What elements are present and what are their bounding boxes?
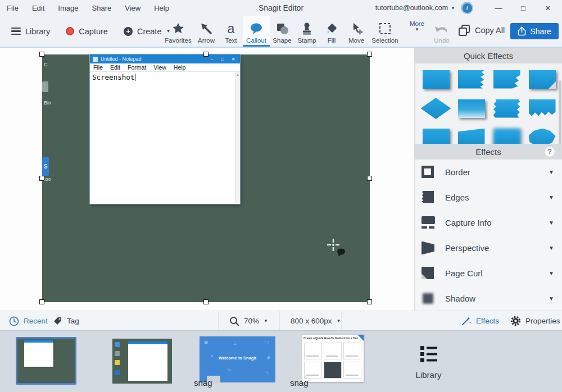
tool-stamp[interactable]: Stamp (294, 16, 319, 47)
menu-file[interactable]: File (0, 0, 25, 16)
text-caret (135, 74, 135, 81)
more-tools-button[interactable]: More ▼ (406, 20, 428, 32)
effects-panel-button[interactable]: Effects (461, 311, 499, 331)
chevron-down-icon[interactable]: ▼ (549, 194, 554, 200)
tool-shape[interactable]: Shape (270, 16, 294, 47)
handle-top-middle[interactable] (203, 52, 209, 57)
effect-capture-info[interactable]: Capture Info ▼ (415, 210, 562, 235)
quick-effect-blurred-edge[interactable] (491, 126, 522, 144)
tool-arrow-label: Arrow (198, 37, 215, 44)
tray-thumbnail-welcome[interactable]: ▣ ✦ ▢ a ✺ ✎ ∿ Welcome to Snagit (200, 336, 275, 382)
tray-library-label: Library (416, 370, 442, 380)
selection-marquee-icon (378, 20, 392, 37)
chevron-down-icon: ▼ (406, 27, 428, 32)
tray-thumbnail-selected[interactable] (16, 337, 76, 385)
capture-info-icon (422, 216, 435, 230)
quick-effect-skewed-rectangle[interactable] (456, 126, 487, 144)
copy-all-button[interactable]: Copy All (458, 24, 505, 37)
tool-text[interactable]: a Text (219, 16, 243, 47)
quick-effects-scrollbar[interactable] (559, 80, 561, 144)
tool-favorites[interactable]: Favorites (163, 16, 193, 47)
tag-button[interactable]: Tag (53, 311, 79, 331)
chevron-down-icon[interactable]: ▼ (549, 169, 554, 175)
quick-effect-folded-corner[interactable] (527, 68, 558, 90)
doc-panel (304, 362, 322, 379)
notepad-menu-view: View (153, 64, 166, 71)
chevron-down-icon: ▼ (264, 318, 268, 323)
handle-middle-left[interactable] (39, 176, 44, 181)
zoom-value: 70% (244, 317, 259, 325)
effect-shadow[interactable]: Shadow ▼ (415, 286, 562, 311)
effect-page-curl[interactable]: Page Curl ▼ (415, 261, 562, 286)
quick-effect-blob[interactable] (527, 126, 558, 144)
tray-thumbnail-desktop[interactable] (112, 339, 172, 384)
chevron-down-icon[interactable]: ▼ (549, 245, 554, 251)
scatter-glyph: ✎ (228, 368, 232, 373)
menu-help[interactable]: Help (147, 0, 176, 16)
library-button[interactable]: Library (4, 20, 57, 43)
quick-effect-fade-bottom[interactable] (456, 97, 487, 120)
tool-move[interactable]: Move (344, 16, 369, 47)
tray-thumbnail-template-doc[interactable]: Create a Quick How-To Guide from a Templ… (302, 335, 364, 382)
tag-label: Tag (67, 317, 79, 325)
tool-selection[interactable]: Selection (369, 16, 401, 47)
share-button[interactable]: Share (510, 23, 559, 39)
help-button[interactable]: ? (544, 146, 555, 157)
undo-label: Undo (434, 37, 450, 44)
minimize-button[interactable]: — (489, 0, 508, 16)
quick-effect-rectangle[interactable] (420, 68, 451, 90)
editor-workspace: C Bin S 020 Untitled - Notepad – □ ✕ Fil… (0, 48, 562, 311)
quick-effect-torn-edge-corner[interactable] (491, 68, 522, 90)
hamburger-icon (11, 26, 21, 37)
undo-button[interactable]: Undo (429, 16, 454, 47)
chevron-down-icon[interactable]: ▼ (549, 295, 554, 302)
canvas-size-control[interactable]: 800 x 600px ▼ (291, 311, 341, 331)
canvas-image[interactable]: C Bin S 020 Untitled - Notepad – □ ✕ Fil… (42, 54, 370, 302)
handle-middle-right[interactable] (367, 176, 372, 181)
quick-effect-diamond[interactable] (420, 97, 451, 120)
quick-effect-torn-bottom[interactable] (527, 97, 558, 120)
menu-view[interactable]: View (118, 0, 147, 16)
scatter-glyph: ▣ (204, 340, 209, 345)
tool-fill[interactable]: Fill (319, 16, 344, 47)
chevron-down-icon[interactable]: ▼ (549, 220, 554, 226)
notepad-scrollbar: ▲ (235, 72, 240, 203)
effect-perspective[interactable]: Perspective ▼ (415, 235, 562, 261)
handle-bottom-right[interactable] (367, 299, 372, 304)
effect-border[interactable]: Border ▼ (415, 159, 562, 185)
menu-share[interactable]: Share (85, 0, 119, 16)
notepad-menu-format: Format (128, 64, 146, 71)
desktop-fragment-label: C (44, 62, 48, 67)
titlebar: File Edit Image Share View Help Snagit E… (0, 0, 562, 16)
tool-callout[interactable]: Callout (243, 16, 270, 47)
close-button[interactable]: ✕ (538, 0, 558, 16)
quick-effect-torn-edge-right[interactable] (456, 68, 487, 90)
tool-callout-label: Callout (246, 37, 266, 44)
menu-edit[interactable]: Edit (25, 0, 51, 16)
tool-arrow[interactable]: Arrow (193, 16, 219, 47)
notepad-titlebar: Untitled - Notepad – □ ✕ (90, 54, 240, 63)
handle-top-left[interactable] (39, 52, 44, 57)
capture-button[interactable]: Capture (59, 20, 115, 43)
menu-image[interactable]: Image (51, 0, 85, 16)
account-menu[interactable]: tutortube@outlook.com ▼ (375, 0, 455, 16)
tool-favorites-label: Favorites (165, 37, 191, 44)
chevron-down-icon[interactable]: ▼ (549, 270, 554, 276)
zoom-control[interactable]: 70% ▼ (229, 311, 268, 331)
quick-effects-title: Quick Effects (464, 51, 513, 61)
maximize-button[interactable]: □ (514, 0, 533, 16)
effect-edges[interactable]: Edges ▼ (415, 185, 562, 210)
scatter-glyph: ▢ (265, 340, 269, 345)
handle-top-right[interactable] (367, 52, 372, 57)
star-icon (171, 20, 185, 37)
properties-panel-button[interactable]: Properties (510, 311, 560, 331)
handle-bottom-left[interactable] (39, 299, 44, 304)
recent-button[interactable]: Recent (9, 311, 48, 331)
tray-library-button[interactable]: Library (402, 336, 455, 387)
quick-effect-shadow-rectangle[interactable] (420, 126, 451, 144)
handle-bottom-middle[interactable] (203, 299, 209, 304)
question-mark-icon: ? (548, 148, 552, 156)
quick-effect-torn-sides[interactable] (491, 97, 522, 120)
doc-panel (343, 343, 361, 359)
info-button[interactable]: i (461, 2, 473, 14)
